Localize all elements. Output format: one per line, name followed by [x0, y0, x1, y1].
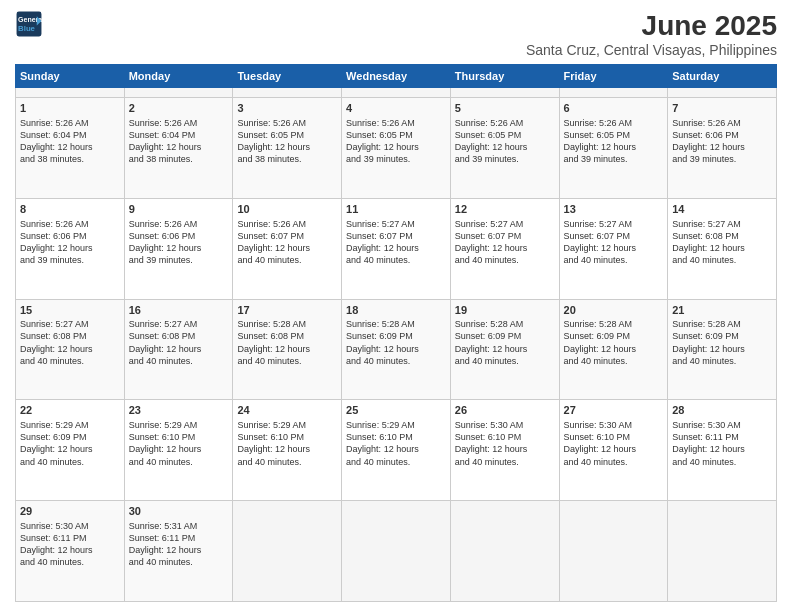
- day-info-line: Daylight: 12 hours: [564, 343, 664, 355]
- table-row: 4Sunrise: 5:26 AMSunset: 6:05 PMDaylight…: [342, 97, 451, 198]
- day-info-line: Sunrise: 5:28 AM: [672, 318, 772, 330]
- day-info-line: Sunset: 6:08 PM: [129, 330, 229, 342]
- day-number: 1: [20, 101, 120, 116]
- day-info-line: and 40 minutes.: [129, 556, 229, 568]
- day-info-line: Sunrise: 5:28 AM: [346, 318, 446, 330]
- table-row: 2Sunrise: 5:26 AMSunset: 6:04 PMDaylight…: [124, 97, 233, 198]
- day-info-line: and 40 minutes.: [564, 254, 664, 266]
- day-info-line: Sunset: 6:09 PM: [20, 431, 120, 443]
- table-row: [342, 501, 451, 602]
- day-info-line: Sunset: 6:06 PM: [20, 230, 120, 242]
- day-info-line: Daylight: 12 hours: [237, 343, 337, 355]
- day-info-line: Daylight: 12 hours: [564, 141, 664, 153]
- day-info-line: Daylight: 12 hours: [237, 242, 337, 254]
- day-info-line: and 39 minutes.: [20, 254, 120, 266]
- day-info-line: Sunrise: 5:27 AM: [672, 218, 772, 230]
- day-info-line: and 40 minutes.: [672, 456, 772, 468]
- day-info-line: and 38 minutes.: [129, 153, 229, 165]
- col-wednesday: Wednesday: [342, 65, 451, 88]
- day-info-line: and 39 minutes.: [672, 153, 772, 165]
- table-row: 3Sunrise: 5:26 AMSunset: 6:05 PMDaylight…: [233, 97, 342, 198]
- day-number: 28: [672, 403, 772, 418]
- day-info-line: and 40 minutes.: [455, 355, 555, 367]
- day-number: 9: [129, 202, 229, 217]
- day-info-line: Daylight: 12 hours: [129, 242, 229, 254]
- day-info-line: Sunset: 6:09 PM: [672, 330, 772, 342]
- day-number: 22: [20, 403, 120, 418]
- table-row: [559, 88, 668, 98]
- header: General Blue June 2025 Santa Cruz, Centr…: [15, 10, 777, 58]
- subtitle: Santa Cruz, Central Visayas, Philippines: [526, 42, 777, 58]
- table-row: 28Sunrise: 5:30 AMSunset: 6:11 PMDayligh…: [668, 400, 777, 501]
- day-number: 3: [237, 101, 337, 116]
- day-info-line: and 40 minutes.: [20, 355, 120, 367]
- day-info-line: Daylight: 12 hours: [20, 242, 120, 254]
- day-info-line: and 40 minutes.: [346, 355, 446, 367]
- day-info-line: Sunset: 6:07 PM: [564, 230, 664, 242]
- table-row: 26Sunrise: 5:30 AMSunset: 6:10 PMDayligh…: [450, 400, 559, 501]
- table-row: 5Sunrise: 5:26 AMSunset: 6:05 PMDaylight…: [450, 97, 559, 198]
- day-info-line: and 40 minutes.: [564, 456, 664, 468]
- day-info-line: Sunset: 6:04 PM: [129, 129, 229, 141]
- table-row: 11Sunrise: 5:27 AMSunset: 6:07 PMDayligh…: [342, 198, 451, 299]
- day-info-line: Sunrise: 5:26 AM: [237, 218, 337, 230]
- day-info-line: Sunrise: 5:27 AM: [20, 318, 120, 330]
- day-info-line: Sunset: 6:04 PM: [20, 129, 120, 141]
- table-row: [233, 501, 342, 602]
- day-info-line: Daylight: 12 hours: [455, 343, 555, 355]
- day-info-line: Sunset: 6:10 PM: [346, 431, 446, 443]
- table-row: 25Sunrise: 5:29 AMSunset: 6:10 PMDayligh…: [342, 400, 451, 501]
- table-row: [450, 501, 559, 602]
- day-info-line: Daylight: 12 hours: [129, 443, 229, 455]
- day-info-line: Sunrise: 5:28 AM: [237, 318, 337, 330]
- table-row: 22Sunrise: 5:29 AMSunset: 6:09 PMDayligh…: [16, 400, 125, 501]
- day-info-line: Daylight: 12 hours: [129, 544, 229, 556]
- table-row: 9Sunrise: 5:26 AMSunset: 6:06 PMDaylight…: [124, 198, 233, 299]
- day-info-line: and 40 minutes.: [237, 456, 337, 468]
- day-info-line: Sunset: 6:07 PM: [455, 230, 555, 242]
- day-info-line: Sunrise: 5:26 AM: [455, 117, 555, 129]
- day-number: 12: [455, 202, 555, 217]
- table-row: 14Sunrise: 5:27 AMSunset: 6:08 PMDayligh…: [668, 198, 777, 299]
- day-info-line: Sunrise: 5:26 AM: [237, 117, 337, 129]
- day-info-line: and 40 minutes.: [455, 254, 555, 266]
- day-info-line: Sunset: 6:08 PM: [237, 330, 337, 342]
- day-number: 2: [129, 101, 229, 116]
- day-info-line: and 39 minutes.: [129, 254, 229, 266]
- day-info-line: Daylight: 12 hours: [20, 343, 120, 355]
- day-info-line: Daylight: 12 hours: [20, 544, 120, 556]
- day-info-line: and 39 minutes.: [346, 153, 446, 165]
- table-row: [450, 88, 559, 98]
- table-row: 15Sunrise: 5:27 AMSunset: 6:08 PMDayligh…: [16, 299, 125, 400]
- table-row: 23Sunrise: 5:29 AMSunset: 6:10 PMDayligh…: [124, 400, 233, 501]
- day-info-line: Sunrise: 5:26 AM: [129, 218, 229, 230]
- logo-icon: General Blue: [15, 10, 43, 38]
- day-info-line: and 40 minutes.: [237, 254, 337, 266]
- day-number: 20: [564, 303, 664, 318]
- day-number: 13: [564, 202, 664, 217]
- day-info-line: Sunset: 6:06 PM: [129, 230, 229, 242]
- table-row: 8Sunrise: 5:26 AMSunset: 6:06 PMDaylight…: [16, 198, 125, 299]
- day-info-line: Daylight: 12 hours: [672, 443, 772, 455]
- day-info-line: Sunset: 6:09 PM: [455, 330, 555, 342]
- table-row: 21Sunrise: 5:28 AMSunset: 6:09 PMDayligh…: [668, 299, 777, 400]
- day-info-line: Sunset: 6:10 PM: [455, 431, 555, 443]
- col-friday: Friday: [559, 65, 668, 88]
- table-row: [559, 501, 668, 602]
- day-info-line: Sunset: 6:07 PM: [237, 230, 337, 242]
- day-number: 19: [455, 303, 555, 318]
- day-number: 16: [129, 303, 229, 318]
- day-info-line: and 40 minutes.: [129, 456, 229, 468]
- day-number: 30: [129, 504, 229, 519]
- day-info-line: and 40 minutes.: [564, 355, 664, 367]
- day-info-line: Daylight: 12 hours: [20, 443, 120, 455]
- calendar-header-row: Sunday Monday Tuesday Wednesday Thursday…: [16, 65, 777, 88]
- day-info-line: Sunset: 6:07 PM: [346, 230, 446, 242]
- day-info-line: Sunrise: 5:31 AM: [129, 520, 229, 532]
- day-info-line: Daylight: 12 hours: [346, 141, 446, 153]
- day-info-line: and 40 minutes.: [20, 456, 120, 468]
- day-number: 29: [20, 504, 120, 519]
- day-number: 21: [672, 303, 772, 318]
- day-info-line: Sunrise: 5:26 AM: [564, 117, 664, 129]
- table-row: [342, 88, 451, 98]
